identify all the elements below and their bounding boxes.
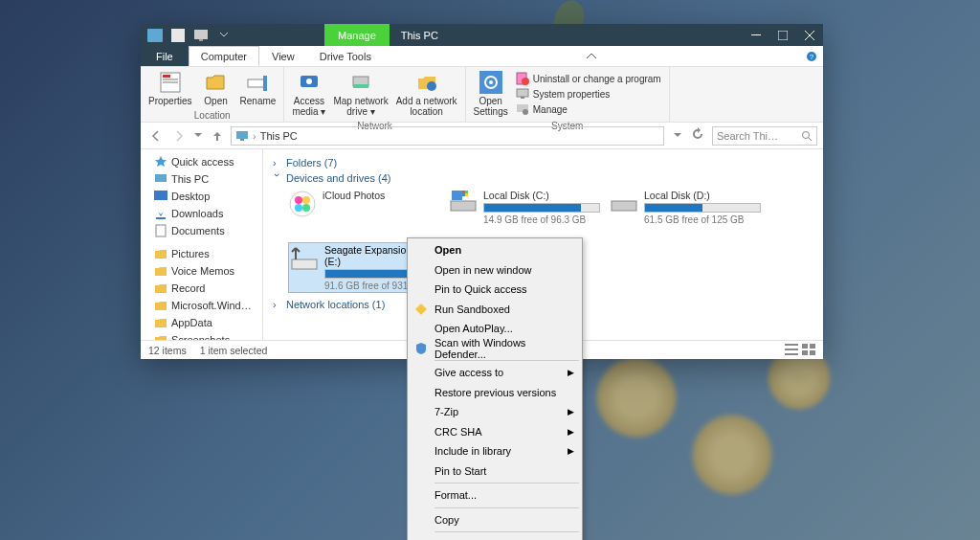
open-settings-button[interactable]: Open Settings <box>470 69 512 119</box>
nav-downloads[interactable]: Downloads <box>141 205 262 222</box>
ribbon-collapse-icon[interactable] <box>580 46 603 66</box>
ctx-open-new-window[interactable]: Open in new window <box>410 260 580 281</box>
ctx-include-library[interactable]: Include in library▶ <box>410 441 580 461</box>
uninstall-program-link[interactable]: Uninstall or change a program <box>512 71 665 86</box>
details-view-button[interactable] <box>785 344 798 357</box>
forward-button[interactable] <box>169 126 189 146</box>
window-title: This PC <box>401 30 438 41</box>
up-button[interactable] <box>208 126 227 146</box>
svg-rect-29 <box>240 139 244 141</box>
ctx-pin-start[interactable]: Pin to Start <box>410 461 580 482</box>
nav-desktop[interactable]: Desktop <box>141 188 262 205</box>
drive-icloud[interactable]: iCloud Photos <box>288 190 439 225</box>
item-count: 12 items <box>148 345 187 356</box>
navigation-pane: Quick access This PC Desktop Downloads D… <box>141 149 263 340</box>
svg-rect-54 <box>810 350 815 355</box>
ctx-give-access[interactable]: Give access to▶ <box>410 363 580 383</box>
nav-quick-access[interactable]: Quick access <box>141 153 262 170</box>
svg-rect-0 <box>147 29 163 42</box>
minimize-button[interactable] <box>743 24 769 46</box>
nav-documents[interactable]: Documents <box>141 222 262 239</box>
ctx-7zip[interactable]: 7-Zip▶ <box>410 402 580 422</box>
star-icon <box>154 155 167 169</box>
ctx-scan-defender[interactable]: Scan with Windows Defender... <box>410 339 580 359</box>
nav-label: Desktop <box>171 191 210 202</box>
nav-voice-memos[interactable]: Voice Memos <box>141 262 262 280</box>
ctx-open-autoplay[interactable]: Open AutoPlay... <box>410 319 580 339</box>
add-network-location-button[interactable]: Add a network location <box>392 69 461 119</box>
tiles-view-button[interactable] <box>802 344 815 357</box>
ctx-label: Format... <box>434 489 477 501</box>
recent-locations-button[interactable] <box>192 126 204 146</box>
qat-properties-icon[interactable] <box>167 26 189 45</box>
system-properties-link[interactable]: System properties <box>512 86 665 101</box>
ctx-create-shortcut[interactable]: Create shortcut <box>410 534 580 540</box>
access-media-button[interactable]: Access media ▾ <box>288 69 329 119</box>
back-button[interactable] <box>146 126 166 146</box>
ctx-open[interactable]: Open <box>410 240 580 260</box>
file-tab[interactable]: File <box>141 46 189 66</box>
capacity-bar <box>644 203 761 213</box>
rename-button[interactable]: Rename <box>236 69 280 108</box>
address-bar[interactable]: › This PC <box>231 126 664 146</box>
ctx-format[interactable]: Format... <box>410 485 580 506</box>
separator <box>434 360 579 361</box>
drive-d[interactable]: Local Disk (D:) 61.5 GB free of 125 GB <box>610 190 761 225</box>
map-network-drive-button[interactable]: Map network drive ▾ <box>329 69 391 119</box>
downloads-icon <box>154 207 167 220</box>
drive-meta: 61.5 GB free of 125 GB <box>644 214 761 225</box>
properties-button[interactable]: Properties <box>145 69 196 108</box>
svg-rect-46 <box>612 201 636 211</box>
svg-rect-43 <box>465 191 468 193</box>
svg-rect-4 <box>751 34 761 35</box>
history-dropdown[interactable] <box>668 126 687 146</box>
drive-meta: 14.9 GB free of 96.3 GB <box>483 214 600 225</box>
ctx-label: Open in new window <box>434 264 532 276</box>
nav-label: Screenshots <box>171 334 230 340</box>
ctx-copy[interactable]: Copy <box>410 510 580 530</box>
nav-appdata[interactable]: AppData <box>141 314 262 331</box>
svg-rect-24 <box>517 89 528 97</box>
ctx-crc-sha[interactable]: CRC SHA▶ <box>410 422 580 442</box>
documents-icon <box>154 224 167 237</box>
nav-microsoft-windows[interactable]: Microsoft.WindowsTe <box>141 297 262 314</box>
refresh-button[interactable] <box>691 127 708 145</box>
drive-tools-tab[interactable]: Drive Tools <box>307 46 384 66</box>
devices-section-header[interactable]: ›Devices and drives (4) <box>273 170 813 186</box>
nav-screenshots[interactable]: Screenshots <box>141 331 262 340</box>
qat-dropdown-icon[interactable] <box>213 26 234 45</box>
ctx-restore-versions[interactable]: Restore previous versions <box>410 383 580 403</box>
folders-section-header[interactable]: ›Folders (7) <box>273 155 813 170</box>
drive-c[interactable]: Local Disk (C:) 14.9 GB free of 96.3 GB <box>449 190 600 225</box>
submenu-arrow-icon: ▶ <box>568 407 574 416</box>
svg-rect-31 <box>155 174 167 182</box>
nav-record[interactable]: Record <box>141 280 262 297</box>
svg-rect-48 <box>785 344 798 346</box>
uninstall-label: Uninstall or change a program <box>533 74 661 84</box>
titlebar: Manage This PC <box>141 24 823 46</box>
manage-tab-header[interactable]: Manage <box>324 24 390 46</box>
ctx-pin-quick-access[interactable]: Pin to Quick access <box>410 280 580 300</box>
qat-computer-icon[interactable] <box>190 26 212 45</box>
ctx-run-sandboxed[interactable]: Run Sandboxed <box>410 300 580 320</box>
section-label: Devices and drives (4) <box>286 172 390 184</box>
open-button[interactable]: Open <box>196 69 236 108</box>
search-box[interactable]: Search Thi… <box>712 126 817 146</box>
nav-label: Downloads <box>171 208 223 219</box>
nav-label: Pictures <box>171 248 210 259</box>
close-button[interactable] <box>796 24 823 46</box>
nav-pictures[interactable]: Pictures <box>141 245 262 262</box>
window-controls <box>743 24 823 46</box>
svg-rect-17 <box>353 84 368 88</box>
maximize-button[interactable] <box>769 24 796 46</box>
svg-point-21 <box>489 80 493 84</box>
help-icon[interactable]: ? <box>800 46 823 66</box>
qat-explorer-icon[interactable] <box>145 26 166 45</box>
svg-point-27 <box>523 109 528 115</box>
computer-tab[interactable]: Computer <box>189 46 259 66</box>
manage-link[interactable]: Manage <box>512 101 665 117</box>
nav-this-pc[interactable]: This PC <box>141 170 262 188</box>
view-tab[interactable]: View <box>259 46 307 66</box>
breadcrumb[interactable]: This PC <box>260 130 298 142</box>
svg-rect-32 <box>154 191 167 200</box>
